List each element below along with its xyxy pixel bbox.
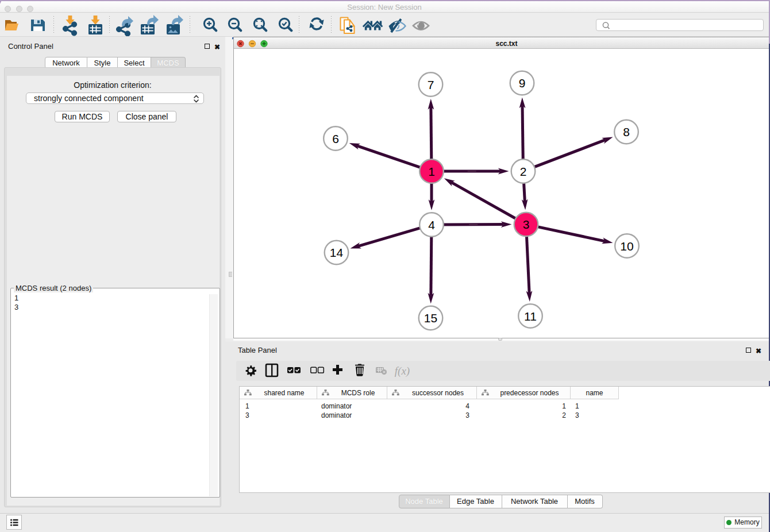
svg-text:1: 1	[428, 165, 435, 178]
svg-text:11: 11	[524, 310, 537, 323]
svg-text:8: 8	[623, 125, 630, 138]
svg-text:4: 4	[428, 218, 435, 232]
svg-text:2: 2	[520, 165, 527, 178]
svg-text:7: 7	[428, 78, 434, 91]
svg-text:14: 14	[330, 246, 344, 259]
svg-text:3: 3	[523, 218, 530, 231]
svg-text:6: 6	[332, 132, 339, 145]
svg-text:15: 15	[424, 311, 437, 325]
svg-text:f(x): f(x)	[395, 365, 410, 377]
svg-text:9: 9	[519, 76, 526, 90]
svg-text:10: 10	[620, 240, 633, 253]
